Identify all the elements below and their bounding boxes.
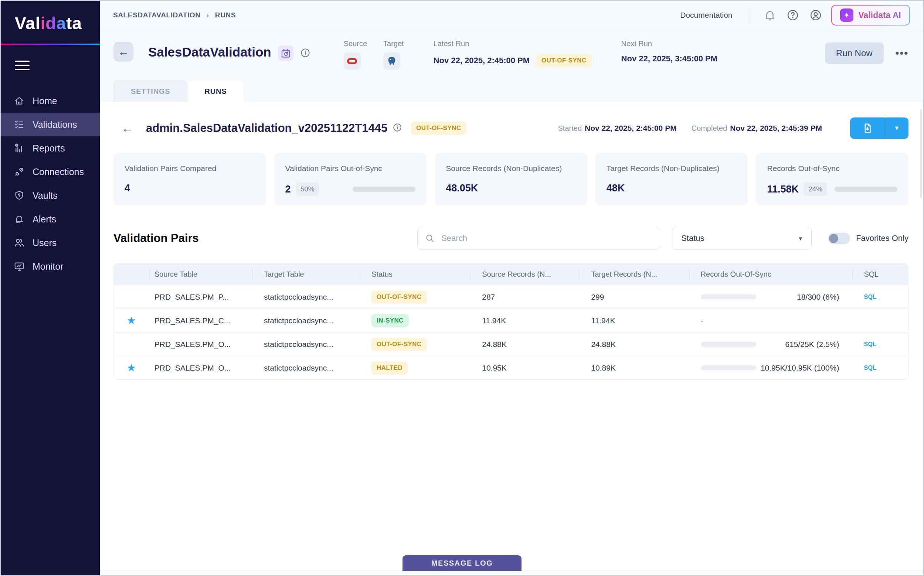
stat-label: Target Records (Non-Duplicates)	[607, 164, 737, 173]
stat-value: 11.58K	[767, 184, 799, 195]
column-header-sql[interactable]: SQL	[852, 264, 908, 285]
stat-card-3: Target Records (Non-Duplicates) 48K	[596, 153, 748, 205]
monitor-icon	[13, 261, 25, 272]
started-label: Started	[558, 124, 582, 132]
validation-pairs-title: Validation Pairs	[114, 232, 199, 245]
export-dropdown-caret[interactable]: ▼	[885, 117, 908, 139]
run-info-icon[interactable]	[392, 123, 402, 134]
favorites-only-label: Favorites Only	[856, 234, 908, 243]
topbar-divider	[749, 6, 749, 24]
alerts-icon	[13, 213, 25, 225]
target-block: Target	[383, 40, 404, 69]
app-window: Validata Home Validations Reports Connec…	[0, 0, 924, 576]
search-box	[417, 227, 660, 250]
out-of-sync-value: 615/25K (2.5%)	[785, 340, 839, 349]
sidebar-item-users[interactable]: Users	[1, 231, 100, 254]
row-status-badge: OUT-OF-SYNC	[372, 290, 427, 304]
sidebar-item-monitor[interactable]: Monitor	[1, 254, 100, 278]
sidebar-item-connections[interactable]: Connections	[1, 160, 100, 184]
sidebar-item-alerts[interactable]: Alerts	[1, 207, 100, 231]
target-table-cell: statictpccloadsync...	[253, 340, 360, 349]
users-icon	[13, 237, 25, 249]
validation-pairs-header: Validation Pairs Status ▼ Favorites Only	[114, 227, 908, 250]
stat-value: 2	[285, 184, 291, 195]
help-icon[interactable]	[785, 8, 800, 22]
sidebar-item-home[interactable]: Home	[1, 89, 100, 113]
table-row[interactable]: ★ PRD_SALES.PM_P... statictpccloadsync..…	[114, 285, 908, 309]
favorites-only-toggle[interactable]	[828, 233, 850, 244]
home-icon	[13, 95, 25, 107]
column-header-src[interactable]: Source Table	[149, 264, 253, 285]
sidebar-item-validations[interactable]: Validations	[1, 113, 100, 136]
back-button[interactable]: ←	[114, 42, 133, 62]
schedule-sync-icon[interactable]	[278, 45, 293, 61]
stat-card-2: Source Records (Non-Duplicates) 48.05K	[435, 153, 587, 205]
table-row[interactable]: ★ PRD_SALES.PM_O... statictpccloadsync..…	[114, 332, 908, 356]
column-header-srec[interactable]: Source Records (N...	[471, 264, 580, 285]
sql-download-icon[interactable]: SQL↓	[864, 341, 876, 348]
status-filter-select[interactable]: Status ▼	[672, 227, 812, 250]
target-records-cell: 24.88K	[580, 340, 689, 349]
row-status-badge: IN-SYNC	[372, 314, 409, 327]
source-table-cell: PRD_SALES.PM_P...	[149, 293, 253, 301]
column-header-sta[interactable]: Status	[360, 264, 471, 285]
vaults-icon	[13, 190, 25, 202]
out-of-sync-value: 18/300 (6%)	[797, 293, 839, 301]
validation-header: ← SalesDataValidation Source Target	[100, 30, 923, 102]
more-actions-button[interactable]: •••	[895, 47, 908, 59]
run-back-button[interactable]: ←	[122, 122, 133, 134]
run-now-button[interactable]: Run Now	[825, 43, 884, 64]
breadcrumb-item-validation[interactable]: SALESDATAVALIDATION	[113, 11, 201, 19]
notifications-bell-icon[interactable]	[762, 8, 777, 22]
stat-label: Validation Pairs Out-of-Sync	[285, 164, 416, 173]
scrollbar[interactable]	[920, 109, 922, 198]
table-header-row: Source TableTarget TableStatusSource Rec…	[114, 264, 908, 285]
out-of-sync-bar	[701, 365, 756, 370]
column-header-trec[interactable]: Target Records (N...	[580, 264, 689, 285]
validata-ai-button[interactable]: ✦ Validata AI	[831, 5, 910, 26]
sidebar-item-vaults[interactable]: Vaults	[1, 184, 100, 207]
favorite-star-icon[interactable]: ★	[127, 362, 136, 374]
next-run-block: Next Run Nov 22, 2025, 3:45:00 PM	[621, 40, 717, 64]
table-row[interactable]: ★ PRD_SALES.PM_C... statictpccloadsync..…	[114, 309, 908, 332]
export-split-button[interactable]: ▼	[850, 117, 908, 139]
sql-download-icon[interactable]: SQL↓	[864, 294, 876, 300]
reports-icon	[13, 142, 25, 154]
sql-download-icon[interactable]: SQL↓	[864, 365, 876, 371]
documentation-link[interactable]: Documentation	[680, 11, 732, 19]
target-table-cell: statictpccloadsync...	[253, 316, 360, 325]
account-icon[interactable]	[808, 8, 823, 22]
logo-text: Validata	[15, 14, 82, 33]
table-row[interactable]: ★ PRD_SALES.PM_O... statictpccloadsync..…	[114, 356, 908, 379]
latest-run-value: Nov 22, 2025, 2:45:00 PM	[434, 56, 530, 66]
target-records-cell: 11.94K	[580, 316, 689, 325]
stat-percent-chip: 50%	[296, 182, 319, 196]
hamburger-menu-icon[interactable]	[15, 61, 30, 73]
tab-settings[interactable]: SETTINGS	[114, 80, 187, 102]
column-header-tgt[interactable]: Target Table	[253, 264, 360, 285]
title-info-icon[interactable]	[300, 48, 311, 59]
out-of-sync-bar	[701, 294, 756, 299]
source-table-cell: PRD_SALES.PM_C...	[149, 316, 253, 325]
tab-runs[interactable]: RUNS	[187, 80, 243, 102]
out-of-sync-value: 10.95K/10.95K (100%)	[761, 363, 839, 373]
ai-button-label: Validata AI	[858, 10, 901, 20]
export-file-download-icon[interactable]	[850, 117, 885, 139]
source-records-cell: 24.88K	[471, 340, 580, 349]
source-table-cell: PRD_SALES.PM_O...	[149, 340, 253, 349]
source-table-cell: PRD_SALES.PM_O...	[149, 363, 253, 373]
target-records-cell: 299	[580, 293, 689, 301]
search-input[interactable]	[441, 234, 660, 243]
run-status-badge: OUT-OF-SYNC	[411, 122, 466, 135]
target-table-cell: statictpccloadsync...	[253, 293, 360, 301]
message-log-button[interactable]: MESSAGE LOG	[402, 555, 522, 571]
main-area: SALESDATAVALIDATION › RUNS Documentation…	[100, 1, 923, 575]
column-header-oos[interactable]: Records Out-Of-Sync	[689, 264, 853, 285]
source-records-cell: 11.94K	[471, 316, 580, 325]
sidebar-item-reports[interactable]: Reports	[1, 136, 100, 160]
favorite-star-icon[interactable]: ★	[127, 314, 136, 326]
breadcrumb-separator: ›	[207, 11, 209, 19]
chevron-down-icon: ▼	[797, 235, 803, 242]
stats-row: Validation Pairs Compared 4 Validation P…	[114, 153, 908, 205]
out-of-sync-bar	[701, 342, 756, 347]
